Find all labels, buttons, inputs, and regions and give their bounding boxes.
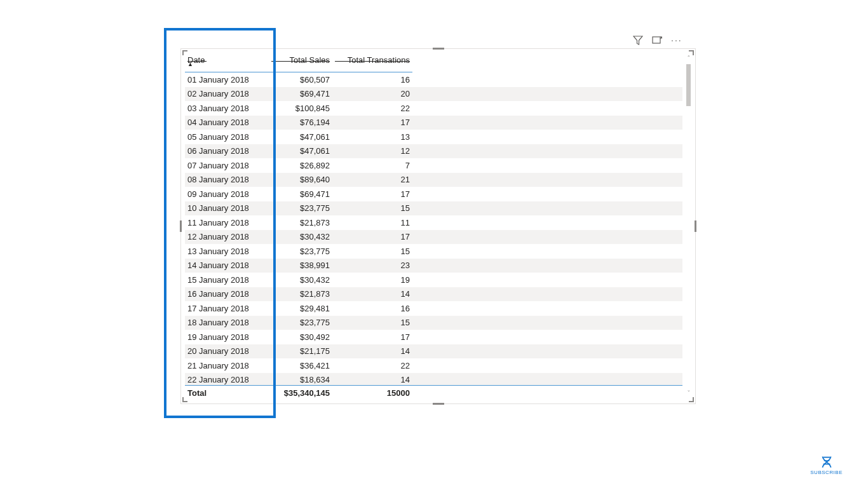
cell-trans: 17 <box>332 232 412 241</box>
cell-sales: $23,775 <box>269 318 332 327</box>
cell-trans: 17 <box>332 189 412 199</box>
cell-trans: 16 <box>332 304 412 313</box>
column-header-label: Total Transations <box>348 55 410 65</box>
cell-sales: $89,640 <box>269 175 332 184</box>
annotation-highlight-box <box>164 28 276 418</box>
cell-sales: $29,481 <box>269 304 332 313</box>
cell-trans: 17 <box>332 332 412 342</box>
column-header-transactions[interactable]: Total Transations <box>332 55 412 65</box>
cell-sales: $69,471 <box>269 189 332 199</box>
resize-handle-top-right[interactable] <box>689 50 694 55</box>
cell-trans: 15 <box>332 318 412 327</box>
cell-sales: $21,873 <box>269 218 332 227</box>
vertical-scrollbar[interactable]: ˆ ˇ <box>685 55 693 397</box>
cell-trans: 22 <box>332 361 412 370</box>
svg-rect-0 <box>653 37 660 43</box>
scroll-thumb[interactable] <box>686 64 691 106</box>
resize-handle-right[interactable] <box>695 220 696 232</box>
cell-trans: 15 <box>332 203 412 213</box>
cell-sales: $23,775 <box>269 247 332 256</box>
cell-trans: 21 <box>332 175 412 184</box>
resize-handle-bottom[interactable] <box>433 403 444 405</box>
scroll-down-icon[interactable]: ˇ <box>685 390 693 397</box>
cell-trans: 19 <box>332 275 412 285</box>
scroll-up-icon[interactable]: ˆ <box>685 55 693 62</box>
more-options-icon[interactable]: ··· <box>671 36 682 44</box>
cell-trans: 20 <box>332 89 412 98</box>
cell-sales: $76,194 <box>269 118 332 127</box>
resize-handle-top[interactable] <box>433 48 444 50</box>
cell-sales: $21,873 <box>269 289 332 299</box>
cell-sales: $30,492 <box>269 332 332 342</box>
cell-sales: $100,845 <box>269 104 332 113</box>
cell-trans: 16 <box>332 75 412 85</box>
resize-handle-bottom-right[interactable] <box>689 397 694 402</box>
subscribe-label: SUBSCRIBE <box>810 470 843 475</box>
cell-sales: $38,991 <box>269 261 332 270</box>
cell-trans: 14 <box>332 289 412 299</box>
focus-mode-icon[interactable] <box>652 35 662 45</box>
cell-sales: $23,775 <box>269 203 332 213</box>
column-header-sales[interactable]: Total Sales <box>269 55 332 65</box>
total-transactions: 15000 <box>332 388 412 398</box>
cell-sales: $60,507 <box>269 75 332 85</box>
cell-trans: 14 <box>332 375 412 384</box>
dna-icon <box>818 452 835 469</box>
cell-trans: 23 <box>332 261 412 270</box>
subscribe-badge[interactable]: SUBSCRIBE <box>810 452 843 475</box>
cell-trans: 13 <box>332 132 412 142</box>
cell-trans: 15 <box>332 247 412 256</box>
cell-trans: 22 <box>332 104 412 113</box>
cell-sales: $36,421 <box>269 361 332 370</box>
scroll-track[interactable] <box>685 64 693 388</box>
cell-sales: $30,432 <box>269 275 332 285</box>
filter-icon[interactable] <box>633 35 643 45</box>
cell-sales: $26,892 <box>269 161 332 170</box>
cell-sales: $30,432 <box>269 232 332 241</box>
cell-trans: 12 <box>332 146 412 156</box>
cell-trans: 14 <box>332 346 412 356</box>
cell-trans: 7 <box>332 161 412 170</box>
column-header-label: Total Sales <box>289 55 330 65</box>
total-sales: $35,340,145 <box>269 388 332 398</box>
cell-sales: $21,175 <box>269 346 332 356</box>
cell-trans: 11 <box>332 218 412 227</box>
visual-action-bar: ··· <box>633 35 682 45</box>
cell-sales: $69,471 <box>269 89 332 98</box>
cell-sales: $47,061 <box>269 146 332 156</box>
cell-trans: 17 <box>332 118 412 127</box>
cell-sales: $47,061 <box>269 132 332 142</box>
cell-sales: $18,634 <box>269 375 332 384</box>
